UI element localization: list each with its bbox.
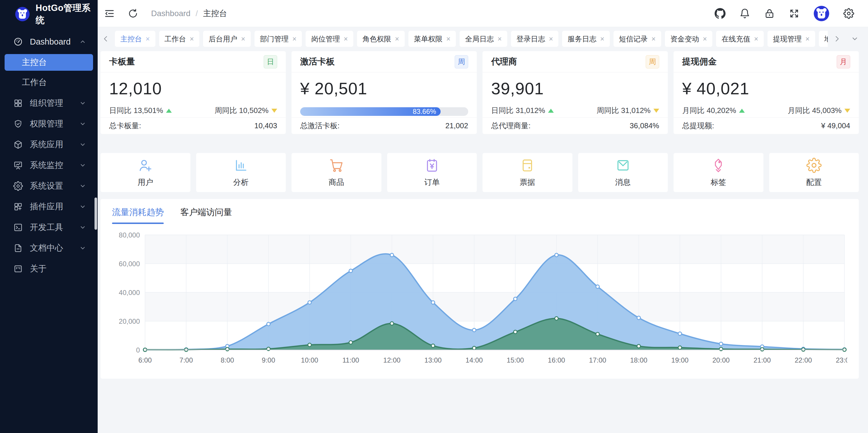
x-axis-label: 10:00: [301, 356, 318, 364]
sidebar-item-org[interactable]: 组织管理: [5, 95, 93, 112]
sidebar-item-sysset[interactable]: 系统设置: [5, 178, 93, 194]
sidebar-item-docs[interactable]: 文档中心: [5, 240, 93, 257]
tab-chip-2[interactable]: 后台用户 ×: [203, 31, 251, 47]
stat-footer-value: 10,403: [254, 121, 277, 130]
shortcut-goods[interactable]: 商品: [291, 153, 381, 192]
shortcut-invoice[interactable]: 票据: [483, 153, 572, 192]
tab-close-icon[interactable]: ×: [805, 35, 810, 42]
tab-close-icon[interactable]: ×: [446, 35, 451, 42]
settings-button[interactable]: [843, 8, 854, 19]
tab-chip-11[interactable]: 资金变动 ×: [665, 31, 713, 47]
tab-close-icon[interactable]: ×: [190, 35, 194, 42]
sidebar-item-perm[interactable]: 权限管理: [5, 116, 93, 132]
tab-chip-12[interactable]: 在线充值 ×: [716, 31, 764, 47]
shortcut-tag[interactable]: 标签: [674, 153, 764, 192]
sidebar-item-sysapp[interactable]: 系统应用: [5, 136, 93, 153]
period-badge[interactable]: 周: [646, 55, 659, 68]
sidebar-item-label: 插件应用: [30, 201, 79, 212]
tab-chip-14[interactable]: 地区编码 ×: [819, 31, 828, 47]
github-button[interactable]: [715, 8, 725, 19]
tab-close-icon[interactable]: ×: [395, 35, 399, 42]
mail-icon: [615, 157, 631, 173]
tab-chip-6[interactable]: 菜单权限 ×: [408, 31, 456, 47]
tab-close-icon[interactable]: ×: [754, 35, 758, 42]
period-badge[interactable]: 月: [837, 55, 850, 68]
tabs-strip: 主控台 × 工作台 × 后台用户 × 部门管理 × 岗位管理 × 角色权限 × …: [115, 31, 828, 47]
sidebar: HotGo管理系统 Dashboard 主控台工作台 组织管理 权限管理 系统应…: [0, 0, 98, 433]
compare-left: 月同比 40,202%: [682, 106, 745, 116]
avatar[interactable]: [813, 5, 830, 22]
chart-tab-client-visits[interactable]: 客户端访问量: [180, 206, 232, 224]
tab-close-icon[interactable]: ×: [241, 35, 245, 42]
trend-up-icon: [739, 109, 745, 113]
sidebar-item-label: 系统设置: [30, 180, 79, 192]
tabs-dropdown-button[interactable]: [850, 34, 859, 44]
sidebar-subitem-console[interactable]: 主控台: [5, 54, 93, 71]
breadcrumb-root[interactable]: Dashboard: [151, 9, 190, 18]
tab-chip-1[interactable]: 工作台 ×: [159, 31, 199, 47]
tab-close-icon[interactable]: ×: [600, 35, 604, 42]
stat-card-body: ¥ 40,021 月同比 40,202% 月同比 45,003%: [674, 73, 859, 117]
refresh-button[interactable]: [127, 8, 138, 19]
refresh-icon: [127, 8, 138, 19]
tab-chip-3[interactable]: 部门管理 ×: [254, 31, 302, 47]
stat-card-title: 激活卡板: [300, 56, 335, 67]
shortcut-user[interactable]: 用户: [100, 153, 190, 192]
sidebar-item-sysmon[interactable]: 系统监控: [5, 157, 93, 174]
tab-chip-7[interactable]: 全局日志 ×: [460, 31, 507, 47]
bell-button[interactable]: [739, 8, 750, 19]
tab-label: 登录日志: [517, 34, 545, 44]
period-badge[interactable]: 周: [455, 55, 468, 68]
stat-compare-row: 月同比 40,202% 月同比 45,003%: [682, 106, 850, 116]
tab-close-icon[interactable]: ×: [497, 35, 502, 42]
stat-card-header: 代理商 周: [483, 51, 668, 73]
order-icon: [424, 157, 440, 173]
plugin-icon: [13, 202, 23, 212]
fullscreen-button[interactable]: [789, 8, 800, 19]
tab-close-icon[interactable]: ×: [146, 35, 150, 42]
sidebar-item-about[interactable]: 关于: [5, 260, 93, 277]
menu-fold-button[interactable]: [104, 8, 115, 19]
sidebar-subitem-workbench[interactable]: 工作台: [5, 74, 93, 91]
chart-tab-traffic[interactable]: 流量消耗趋势: [112, 206, 164, 224]
tabs-scroll-right-button[interactable]: [832, 34, 842, 44]
tab-chip-4[interactable]: 岗位管理 ×: [306, 31, 353, 47]
sidebar-item-dashboard[interactable]: Dashboard: [5, 33, 93, 50]
sidebar-item-plugin[interactable]: 插件应用: [5, 198, 93, 215]
shortcut-order[interactable]: 订单: [387, 153, 477, 192]
sidebar-item-devtool[interactable]: 开发工具: [5, 219, 93, 236]
stat-card-header: 提现佣金 月: [674, 51, 859, 73]
shortcut-config[interactable]: 配置: [769, 153, 859, 192]
x-axis-label: 6:00: [138, 356, 152, 364]
tab-close-icon[interactable]: ×: [549, 35, 553, 42]
tab-chip-10[interactable]: 短信记录 ×: [614, 31, 661, 47]
chart-tabs: 流量消耗趋势 客户端访问量: [112, 206, 847, 224]
tab-chip-8[interactable]: 登录日志 ×: [511, 31, 559, 47]
period-badge[interactable]: 日: [264, 55, 277, 68]
sidebar-scrollbar[interactable]: [94, 198, 97, 230]
x-axis-label: 8:00: [221, 356, 234, 364]
cube-icon: [13, 140, 23, 149]
document-icon: [13, 243, 23, 253]
compare-right: 周同比 10,502%: [215, 106, 277, 116]
lock-button[interactable]: [764, 8, 775, 19]
tab-close-icon[interactable]: ×: [703, 35, 707, 42]
terminal-icon: [13, 223, 23, 232]
trend-up-icon: [166, 109, 172, 113]
tabs-scroll-left-button[interactable]: [101, 34, 110, 44]
tab-close-icon[interactable]: ×: [292, 35, 297, 42]
tab-close-icon[interactable]: ×: [651, 35, 656, 42]
menu-fold-icon: [104, 8, 115, 19]
tab-chip-13[interactable]: 提现管理 ×: [768, 31, 815, 47]
shortcut-analysis[interactable]: 分析: [196, 153, 286, 192]
koala-logo-icon: [15, 7, 30, 22]
tab-chip-9[interactable]: 服务日志 ×: [562, 31, 610, 47]
top-header: Dashboard / 主控台: [98, 0, 868, 27]
tab-chip-0[interactable]: 主控台 ×: [115, 31, 155, 47]
tab-close-icon[interactable]: ×: [343, 35, 348, 42]
app-logo[interactable]: HotGo管理系统: [0, 0, 98, 26]
invoice-icon: [520, 157, 535, 173]
tab-chip-5[interactable]: 角色权限 ×: [357, 31, 405, 47]
shortcut-message[interactable]: 消息: [578, 153, 668, 192]
tab-label: 后台用户: [209, 34, 237, 44]
